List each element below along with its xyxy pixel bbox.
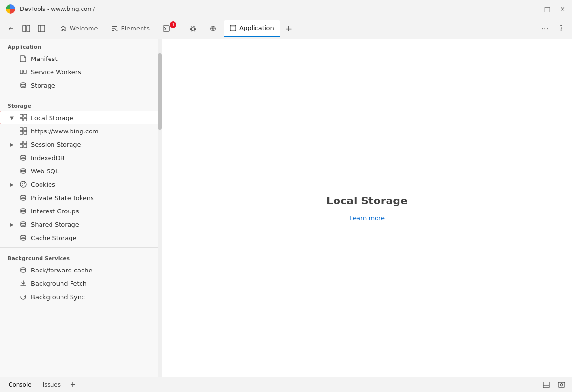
console-icon: [163, 25, 170, 32]
session-storage-label: Session Storage: [31, 141, 81, 148]
sidebar-item-manifest[interactable]: ▶ Manifest: [0, 52, 162, 65]
background-fetch-label: Background Fetch: [31, 280, 87, 287]
service-worker-icon: [20, 68, 27, 76]
bug-icon: [190, 25, 196, 32]
sidebar-scroll-area[interactable]: Application ▶ Manifest ▶ Service Workers…: [0, 39, 162, 377]
tab-bar-more: ⋯ ?: [538, 21, 568, 36]
cache-storage-icon: [20, 234, 27, 241]
back-forward-cache-label: Back/forward cache: [31, 267, 92, 274]
bottom-bar: Console Issues +: [0, 377, 572, 392]
svg-rect-15: [24, 128, 27, 131]
indexeddb-label: IndexedDB: [31, 154, 65, 161]
bottom-tab-console[interactable]: Console: [4, 380, 36, 390]
svg-point-30: [21, 222, 26, 224]
dock-button[interactable]: [540, 378, 553, 392]
tab-elements[interactable]: Elements: [105, 20, 155, 37]
panel-layout-btn[interactable]: [19, 21, 33, 36]
browser-icon: [6, 4, 15, 14]
svg-rect-20: [20, 145, 23, 148]
application-icon: [230, 25, 236, 31]
main-panel: Local Storage Learn more: [162, 39, 572, 377]
sidebar-item-service-workers[interactable]: ▶ Service Workers: [0, 65, 162, 79]
bottom-add-tab-button[interactable]: +: [67, 379, 79, 391]
svg-rect-33: [543, 382, 549, 388]
dock-icon: [542, 381, 550, 389]
svg-point-31: [21, 235, 26, 237]
svg-rect-4: [163, 25, 169, 31]
svg-rect-0: [23, 25, 26, 32]
cache-storage-label: Cache Storage: [31, 234, 76, 241]
title-bar: DevTools - www.bing.com/ — □ ✕: [0, 0, 572, 18]
help-button[interactable]: ?: [554, 21, 568, 36]
minimize-button[interactable]: —: [528, 5, 536, 13]
svg-rect-14: [20, 128, 23, 131]
error-badge: 1: [170, 21, 176, 28]
shared-storage-expand[interactable]: ▶: [8, 221, 16, 228]
local-storage-expand[interactable]: ▼: [8, 114, 16, 121]
bottom-tab-issues[interactable]: Issues: [38, 380, 65, 390]
local-storage-label: Local Storage: [31, 114, 73, 121]
svg-point-22: [21, 155, 26, 157]
svg-point-32: [21, 268, 26, 270]
tab-application-label: Application: [239, 24, 274, 31]
tab-network[interactable]: [204, 20, 222, 37]
svg-point-23: [21, 169, 26, 171]
tab-console-icon[interactable]: 1: [157, 20, 182, 37]
svg-rect-1: [27, 25, 30, 32]
screenshot-button[interactable]: [555, 378, 568, 392]
cookies-expand[interactable]: ▶: [8, 181, 16, 188]
shared-storage-label: Shared Storage: [31, 221, 79, 228]
sidebar-item-interest-groups[interactable]: ▶ Interest Groups: [0, 204, 162, 218]
file-icon: [20, 55, 27, 62]
sidebar-item-private-state-tokens[interactable]: ▶ Private State Tokens: [0, 191, 162, 204]
back-forward-btn[interactable]: [4, 21, 18, 36]
sidebar-item-shared-storage[interactable]: ▶ Shared Storage: [0, 218, 162, 231]
maximize-button[interactable]: □: [543, 5, 551, 13]
tab-debug[interactable]: [184, 20, 202, 37]
back-forward-icon: [20, 266, 27, 274]
sidebar-item-background-fetch[interactable]: ▶ Background Fetch: [0, 277, 162, 290]
more-options-button[interactable]: ⋯: [538, 21, 552, 36]
svg-rect-2: [38, 25, 45, 32]
service-workers-label: Service Workers: [31, 69, 81, 76]
interest-groups-icon: [20, 207, 27, 215]
storage-section-title: Storage: [0, 98, 162, 111]
close-button[interactable]: ✕: [559, 5, 566, 13]
web-sql-label: Web SQL: [31, 168, 59, 175]
svg-rect-6: [230, 25, 236, 30]
tab-application[interactable]: Application: [224, 20, 280, 37]
add-tab-button[interactable]: +: [282, 21, 296, 36]
svg-rect-17: [24, 131, 27, 134]
title-bar-controls: — □ ✕: [528, 5, 566, 13]
svg-point-25: [22, 183, 23, 184]
svg-point-9: [21, 83, 26, 85]
shared-storage-icon: [20, 221, 27, 228]
grid-icon-child: [20, 127, 27, 135]
sidebar-item-session-storage[interactable]: ▶ Session Storage: [0, 138, 162, 151]
svg-rect-13: [24, 118, 27, 121]
tab-welcome[interactable]: Welcome: [54, 20, 103, 37]
sidebar-item-cache-storage[interactable]: ▶ Cache Storage: [0, 231, 162, 244]
svg-rect-19: [24, 141, 27, 144]
sidebar-item-local-storage-bing[interactable]: https://www.bing.com: [0, 124, 162, 138]
storage-icon: [20, 81, 27, 89]
main-content: Application ▶ Manifest ▶ Service Workers…: [0, 39, 572, 377]
sidebar-item-background-sync[interactable]: ▶ Background Sync: [0, 290, 162, 303]
sidebar-item-cookies[interactable]: ▶ Cookies: [0, 178, 162, 191]
sidebar: Application ▶ Manifest ▶ Service Workers…: [0, 39, 162, 377]
sidebar-item-indexeddb[interactable]: ▶ IndexedDB: [0, 151, 162, 164]
sidebar-item-storage-app[interactable]: ▶ Storage: [0, 79, 162, 92]
sidebar-item-local-storage[interactable]: ▼ Local Storage: [0, 111, 162, 124]
svg-point-29: [21, 209, 26, 211]
divider-1: [0, 95, 162, 95]
sidebar-item-web-sql[interactable]: ▶ Web SQL: [0, 164, 162, 178]
sidebar-item-back-forward-cache[interactable]: ▶ Back/forward cache: [0, 263, 162, 277]
svg-rect-18: [20, 141, 23, 144]
svg-rect-34: [558, 382, 565, 387]
db-icon: [20, 154, 27, 161]
cookie-icon: [20, 181, 27, 188]
storage-app-label: Storage: [31, 82, 55, 89]
learn-more-link[interactable]: Learn more: [349, 214, 385, 221]
session-storage-expand[interactable]: ▶: [8, 141, 16, 148]
sidebar-toggle-btn[interactable]: [34, 21, 49, 36]
